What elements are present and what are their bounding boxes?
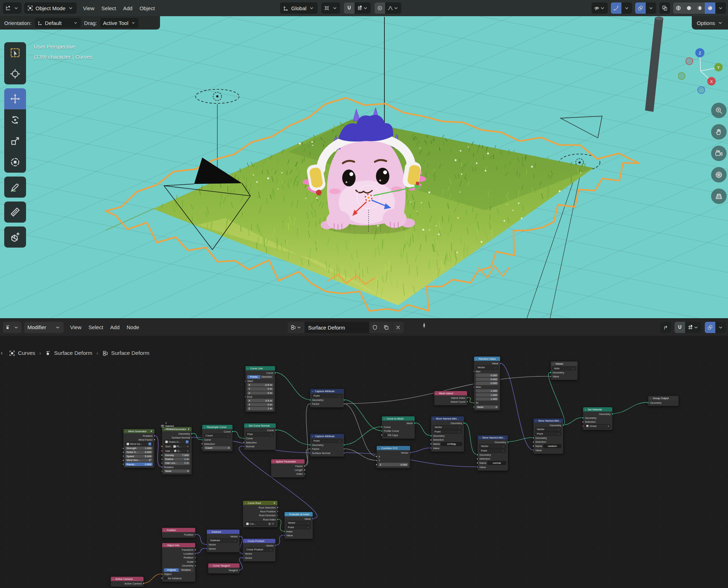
node-store3[interactable]: ⌄Store Named Attri...GeometryVector⌄Poin… (533, 418, 563, 454)
socket[interactable] (343, 399, 345, 401)
node-row[interactable]: Wind Dire...0° (123, 459, 154, 462)
node-header[interactable]: ⌄Curve Tangent (208, 563, 240, 568)
node-row[interactable]: Wind Ge...✓ (123, 442, 154, 446)
node-select[interactable]: Vector⌄ (286, 521, 311, 525)
shading-solid[interactable] (684, 2, 694, 14)
mode-dropdown[interactable]: Object Mode (24, 2, 77, 14)
node-header[interactable]: ⌄Combine XYZ (377, 446, 410, 450)
socket[interactable] (343, 444, 345, 446)
socket[interactable] (161, 462, 163, 464)
node-header[interactable]: ⌄Set Curve Normal (244, 423, 276, 428)
checkbox[interactable] (384, 434, 387, 437)
socket[interactable] (304, 469, 306, 471)
node-field[interactable]: Z0.000 (378, 463, 408, 466)
unlink-button[interactable] (392, 322, 404, 333)
node-select[interactable]: Point⌄ (479, 449, 506, 453)
node-select[interactable]: Vector⌄ (479, 444, 506, 448)
tool-cursor[interactable] (4, 63, 26, 84)
socket[interactable] (274, 372, 276, 374)
node-row[interactable]: Namerandom (534, 444, 563, 448)
shading-material[interactable] (694, 2, 705, 14)
node-header[interactable]: ⌄Capture Attribute (310, 389, 344, 393)
axis-ball-neg-x[interactable] (686, 58, 693, 65)
socket[interactable] (283, 535, 286, 537)
socket[interactable] (376, 464, 378, 466)
node-field[interactable]: Y0 m (247, 387, 273, 391)
socket[interactable] (466, 397, 468, 399)
clear-icon[interactable]: × (187, 450, 189, 452)
socket[interactable] (499, 362, 502, 364)
node-object-info[interactable]: ⌄Object InfoTransformLocationRotationSca… (162, 543, 196, 582)
tool-add-cube[interactable] (4, 226, 26, 248)
socket[interactable] (309, 444, 311, 446)
breadcrumb-item-0[interactable]: Curves (9, 350, 35, 356)
node-curve-root[interactable]: ⌄Curve RootRoot SelectionRoot PositionRo… (243, 500, 278, 528)
node-cross-product[interactable]: ⌄Cross ProductVectorCross Product⌄Vector… (243, 538, 276, 562)
menu-select[interactable]: Select (98, 5, 120, 11)
socket[interactable] (477, 466, 479, 468)
socket[interactable] (532, 437, 535, 439)
socket[interactable] (206, 544, 208, 546)
tool-scale[interactable] (4, 130, 26, 152)
node-row[interactable]: Grass× (583, 424, 612, 428)
socket[interactable] (647, 402, 649, 404)
socket[interactable] (161, 454, 163, 456)
socket[interactable] (507, 441, 509, 443)
socket[interactable] (343, 448, 345, 450)
fake-user-check[interactable]: ✓ (148, 442, 152, 446)
socket[interactable] (277, 511, 279, 513)
node-field[interactable]: Noise S...0.500 (125, 450, 153, 454)
node-row[interactable]: Vector⌄ (474, 365, 500, 369)
navigation-gizmo[interactable]: Z Y X (678, 48, 725, 96)
node-row[interactable]: Auto⌄ (551, 366, 577, 370)
node-select[interactable]: Vector⌄ (476, 365, 498, 370)
node-row[interactable]: Point⌄ (478, 449, 508, 453)
node-field[interactable]: Z0 m (247, 391, 273, 395)
nav-toggle-ortho-button[interactable] (711, 167, 727, 183)
node-row[interactable]: Rando...0.500 (123, 462, 154, 466)
socket[interactable] (201, 439, 203, 441)
node-select[interactable]: Point⌄ (535, 432, 561, 436)
node-row[interactable]: Cross Product⌄ (243, 548, 275, 551)
go-to-parent-button[interactable] (660, 322, 671, 333)
socket[interactable] (414, 422, 416, 424)
socket[interactable] (206, 548, 208, 550)
node-row[interactable]: Seed0 (162, 469, 192, 473)
visibility-dropdown[interactable] (592, 2, 608, 14)
pivot-point-dropdown[interactable] (321, 2, 340, 14)
socket[interactable] (409, 452, 411, 454)
socket[interactable] (477, 454, 479, 456)
socket[interactable] (243, 437, 245, 440)
node-field[interactable]: Count4 (204, 446, 231, 450)
menu-view[interactable]: View (79, 5, 98, 11)
node-header[interactable]: ⌄Curve Line (245, 366, 275, 370)
socket[interactable] (582, 425, 584, 427)
socket[interactable] (463, 422, 465, 424)
socket[interactable] (161, 450, 163, 452)
node-row[interactable]: Density7.000 (162, 453, 192, 457)
socket[interactable] (309, 399, 311, 401)
node-header[interactable]: ⌄Mesh Island (434, 391, 467, 395)
socket[interactable] (194, 533, 197, 536)
shading-dropdown[interactable] (715, 2, 726, 14)
socket[interactable] (242, 557, 244, 559)
socket[interactable] (550, 372, 552, 374)
node-row[interactable]: Z1 m (245, 407, 275, 410)
node-row[interactable]: Count⌄ (202, 434, 232, 437)
socket[interactable] (161, 466, 163, 468)
node-select[interactable]: Point⌄ (312, 394, 342, 398)
node-row[interactable]: PointsDirection (245, 375, 275, 379)
node-row[interactable]: Free⌄ (244, 432, 276, 436)
scene-canvas[interactable] (0, 0, 728, 318)
name-field[interactable]: normal (487, 461, 506, 465)
node-row[interactable]: Point⌄ (534, 432, 563, 436)
node-capture2[interactable]: ⌄Capture AttributePoint⌄GeometryFactorSu… (310, 434, 344, 457)
node-mesh-island[interactable]: ⌄Mesh IslandIsland IndexIsland Count (434, 391, 467, 405)
tool-measure[interactable] (4, 202, 26, 223)
node-row[interactable]: Cur...3 (243, 522, 277, 526)
datablock-icon-dropdown[interactable] (288, 322, 305, 333)
socket[interactable] (191, 437, 193, 439)
socket[interactable] (277, 514, 279, 517)
socket[interactable] (161, 446, 163, 448)
node-select[interactable]: Vector⌄ (433, 425, 462, 429)
